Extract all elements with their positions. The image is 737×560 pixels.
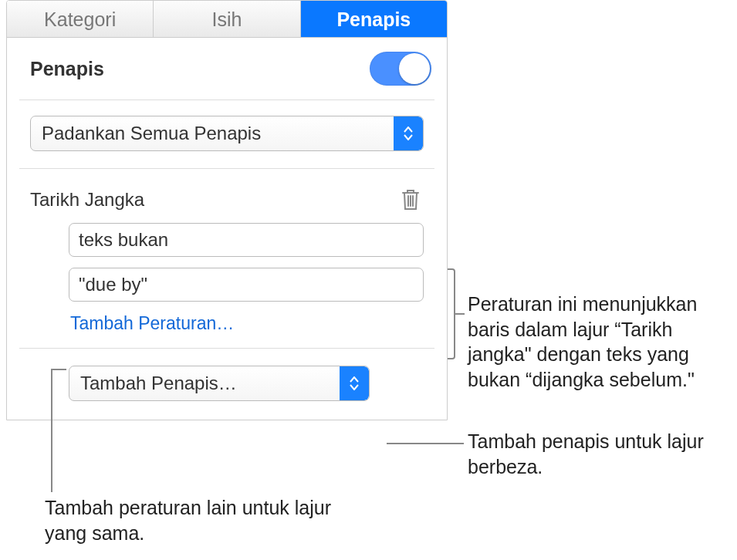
callout-line: [387, 443, 464, 444]
updown-icon: [394, 116, 423, 150]
match-all-select[interactable]: Padankan Semua Penapis: [30, 116, 424, 151]
rule-value-input[interactable]: [69, 268, 424, 302]
filter-panel: Kategori Isih Penapis Penapis Padankan S…: [6, 0, 448, 420]
match-section: Padankan Semua Penapis: [19, 100, 434, 151]
add-filter-label: Tambah Penapis…: [69, 373, 248, 394]
updown-icon: [340, 366, 369, 400]
rule-column-name: Tarikh Jangka: [30, 189, 144, 211]
toggle-knob: [399, 53, 430, 84]
annotation-add-filter: Tambah penapis untuk lajur berbeza.: [468, 429, 730, 479]
annotation-rule-explain: Peraturan ini menunjukkan baris dalam la…: [468, 292, 730, 392]
add-filter-row: Tambah Penapis…: [19, 348, 434, 420]
add-rule-link[interactable]: Tambah Peraturan…: [69, 313, 234, 334]
callout-line: [51, 369, 66, 370]
callout-line: [51, 369, 52, 492]
annotation-add-rule: Tambah peraturan lain untuk lajur yang s…: [45, 495, 338, 545]
tab-penapis[interactable]: Penapis: [301, 1, 447, 37]
tab-isih[interactable]: Isih: [154, 1, 300, 37]
rule-body: Tambah Peraturan…: [7, 218, 447, 334]
rule-header: Tarikh Jangka: [19, 168, 434, 218]
filter-toggle[interactable]: [370, 52, 431, 86]
tab-bar: Kategori Isih Penapis: [7, 1, 447, 38]
filter-header: Penapis: [7, 38, 447, 92]
filter-title: Penapis: [30, 58, 104, 80]
trash-icon[interactable]: [401, 187, 424, 212]
rule-condition-input[interactable]: [69, 223, 424, 257]
match-select-value: Padankan Semua Penapis: [31, 123, 272, 144]
add-filter-select[interactable]: Tambah Penapis…: [69, 366, 370, 401]
tab-kategori[interactable]: Kategori: [7, 1, 154, 37]
callout-line: [455, 313, 465, 315]
callout-bracket: [448, 268, 455, 359]
